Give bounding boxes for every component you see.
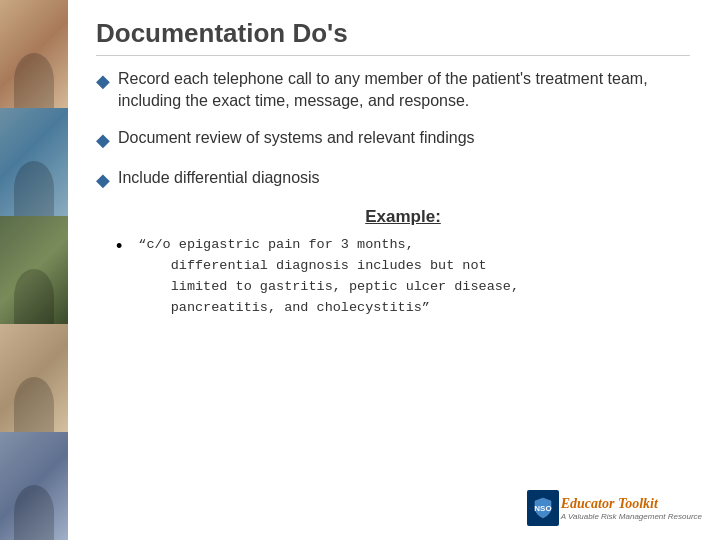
example-quote: “c/o epigastric pain for 3 months, diffe… bbox=[138, 235, 519, 319]
bullet-item-2: ◆ Document review of systems and relevan… bbox=[96, 127, 690, 153]
nso-logo: NSO Educator Toolkit A Valuable Risk Man… bbox=[527, 490, 702, 526]
example-bullet-dot: • bbox=[116, 235, 122, 258]
image-block-2 bbox=[0, 108, 68, 216]
slide-title: Documentation Do's bbox=[96, 18, 690, 56]
educator-toolkit-text: Educator Toolkit A Valuable Risk Managem… bbox=[561, 496, 702, 521]
images-strip bbox=[0, 0, 68, 540]
tagline-text: A Valuable Risk Management Resource bbox=[561, 512, 702, 521]
content-area: Documentation Do's ◆ Record each telepho… bbox=[68, 0, 720, 540]
image-block-5 bbox=[0, 432, 68, 540]
image-block-1 bbox=[0, 0, 68, 108]
logo-area: NSO Educator Toolkit A Valuable Risk Man… bbox=[527, 490, 702, 526]
bullet-item-1: ◆ Record each telephone call to any memb… bbox=[96, 68, 690, 113]
educator-label: Educator Toolkit bbox=[561, 496, 658, 512]
bullet-text-3: Include differential diagnosis bbox=[118, 167, 690, 189]
diamond-icon-2: ◆ bbox=[96, 128, 110, 153]
bullet-text-1: Record each telephone call to any member… bbox=[118, 68, 690, 113]
example-section: Example: • “c/o epigastric pain for 3 mo… bbox=[116, 207, 690, 319]
slide-container: Documentation Do's ◆ Record each telepho… bbox=[0, 0, 720, 540]
example-title: Example: bbox=[116, 207, 690, 227]
nso-logo-box: NSO Educator Toolkit A Valuable Risk Man… bbox=[527, 490, 702, 526]
nso-shield-icon: NSO bbox=[533, 497, 553, 519]
bullet-item-3: ◆ Include differential diagnosis bbox=[96, 167, 690, 193]
diamond-icon-1: ◆ bbox=[96, 69, 110, 94]
bullet-text-2: Document review of systems and relevant … bbox=[118, 127, 690, 149]
svg-text:NSO: NSO bbox=[534, 504, 551, 513]
bullets-list: ◆ Record each telephone call to any memb… bbox=[96, 68, 690, 193]
example-bullet: • “c/o epigastric pain for 3 months, dif… bbox=[116, 235, 690, 319]
image-block-3 bbox=[0, 216, 68, 324]
image-block-4 bbox=[0, 324, 68, 432]
diamond-icon-3: ◆ bbox=[96, 168, 110, 193]
